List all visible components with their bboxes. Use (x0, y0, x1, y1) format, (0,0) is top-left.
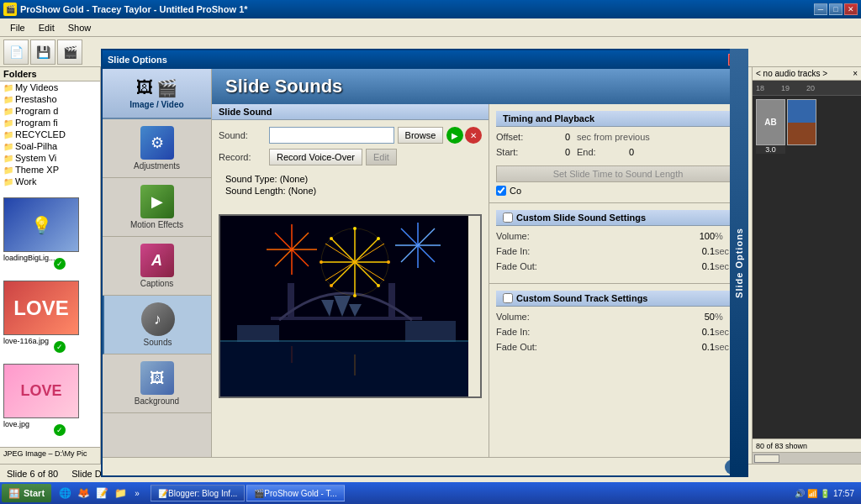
taskbar-right: 🔊 📶 🔋 17:57 (788, 489, 861, 498)
slide-sounds-header: Slide Sounds (212, 69, 747, 104)
menu-file[interactable]: File (3, 21, 32, 34)
nav-image-video-label: Image / Video (129, 100, 183, 109)
menu-edit[interactable]: Edit (32, 21, 61, 34)
custom-volume-row: Volume: 100 % (496, 231, 740, 241)
sounds-icon: ♪ (141, 302, 175, 336)
sidebar-folder-work[interactable]: 📁Work (0, 176, 100, 187)
timing-checkbox[interactable] (496, 186, 506, 196)
sidebar-folder-myvideos[interactable]: 📁My Videos (0, 81, 100, 93)
svg-rect-5 (237, 325, 279, 342)
sidebar-folder-prestasho[interactable]: 📁Prestasho (0, 93, 100, 105)
background-label: Background (135, 396, 179, 406)
image-icon: 🖼 (136, 78, 153, 98)
custom-fadeout-row: Fade Out: 0.1 sec (496, 261, 740, 271)
ql-word[interactable]: 📝 (93, 485, 110, 501)
audio-header: < no audio tracks > × (753, 67, 861, 81)
ql-ie[interactable]: 🌐 (56, 485, 73, 501)
svg-rect-1 (220, 342, 468, 396)
close-btn[interactable]: ✕ (844, 3, 858, 15)
nav-adjustments[interactable]: ⚙ Adjustments (103, 119, 211, 178)
browse-button[interactable]: Browse (398, 127, 444, 144)
custom-volume-value: 100 (681, 231, 715, 241)
taskbar: 🪟 Start 🌐 🦊 📝 📁 » 📝 Blogger: Blog Inf...… (0, 482, 861, 504)
start-button[interactable]: 🪟 Start (2, 484, 51, 502)
menu-bar: File Edit Show (0, 18, 861, 37)
custom-fadein-value: 0.1 (681, 246, 715, 256)
track-scrollbar[interactable] (753, 452, 861, 464)
main-content-area: Slide Sounds Slide Sound Sound: (212, 69, 747, 457)
toolbar-btn-2[interactable]: 💾 (30, 39, 55, 65)
edit-button[interactable]: Edit (366, 149, 397, 165)
svg-point-43 (330, 284, 333, 287)
modal-titlebar: Slide Options × (103, 50, 747, 69)
record-button[interactable]: Record Voice-Over (269, 149, 362, 165)
svg-rect-4 (388, 283, 395, 320)
minimize-btn[interactable]: ─ (814, 3, 827, 15)
custom-soundtrack-checkbox[interactable] (503, 293, 513, 303)
soundtrack-volume-value: 50 (681, 312, 715, 322)
track-thumb-2[interactable] (787, 99, 816, 154)
soundtrack-fadeout-label: Fade Out: (496, 342, 681, 352)
timing-startend-row: Start: 0 End: 0 (496, 147, 740, 157)
taskbar-proshow[interactable]: 🎬 ProShow Gold - T... (246, 485, 345, 501)
svg-rect-6 (405, 321, 456, 342)
title-bar-controls: ─ □ ✕ (814, 3, 858, 15)
modal-footer: ? (103, 457, 747, 475)
soundtrack-fadeout-value: 0.1 (681, 342, 715, 352)
sidebar-folder-programd[interactable]: 📁Program d (0, 105, 100, 117)
nav-background[interactable]: 🖼 Background (103, 354, 211, 413)
custom-slide-sound-section: Custom Slide Sound Settings Volume: 100 … (489, 202, 747, 283)
toolbar-btn-3[interactable]: 🎬 (57, 39, 82, 65)
slide-options-tab[interactable]: Slide Options (730, 49, 748, 477)
nav-motion-effects[interactable]: ▶ Motion Effects (103, 178, 211, 237)
ql-expand[interactable]: » (130, 485, 144, 501)
sidebar-folder-recycled[interactable]: 📁RECYCLED (0, 129, 100, 140)
sidebar-folder-programf[interactable]: 📁Program fi (0, 117, 100, 129)
sidebar-folder-soal[interactable]: 📁Soal-Pilha (0, 140, 100, 152)
ql-folder[interactable]: 📁 (112, 485, 129, 501)
title-bar-left: 🎬 ProShow Gold - Tracey Taylor - Untitle… (3, 3, 248, 16)
timeline-ruler: 18 19 20 (753, 81, 861, 96)
track-thumb-1[interactable]: AB 3.0 (756, 99, 785, 154)
captions-icon: A (140, 244, 174, 277)
custom-slide-sound-checkbox[interactable] (503, 213, 513, 223)
custom-soundtrack-header: Custom Sound Track Settings (496, 291, 740, 307)
svg-point-42 (330, 237, 333, 240)
maximize-btn[interactable]: □ (829, 3, 843, 15)
nav-sounds[interactable]: ♪ Sounds (103, 296, 211, 354)
sidebar-folder-systemv[interactable]: 📁System Vi (0, 152, 100, 164)
nav-captions[interactable]: A Captions (103, 237, 211, 296)
sound-length-row: Sound Length: (None) (225, 186, 475, 196)
right-side-panel: < no audio tracks > × 18 19 20 AB 3.0 (752, 67, 861, 464)
sounds-label: Sounds (144, 338, 172, 347)
taskbar-proshow-icon: 🎬 (254, 489, 264, 498)
motion-effects-icon: ▶ (140, 185, 174, 218)
file-thumb-1[interactable]: 💡 loadingBigLig... ✓ (3, 197, 97, 274)
toolbar-btn-1[interactable]: 📄 (3, 39, 29, 65)
slide-sounds-title: Slide Sounds (225, 76, 733, 97)
soundtrack-volume-row: Volume: 50 % (496, 312, 740, 322)
adjustments-icon: ⚙ (140, 126, 174, 160)
custom-fadeout-label: Fade Out: (496, 261, 681, 271)
menu-show[interactable]: Show (61, 21, 98, 34)
slide-sound-content: Sound: Browse ▶ ✕ Record: Record Voice-O (212, 120, 489, 207)
audio-close-btn[interactable]: × (853, 69, 858, 78)
track-thumbnails: AB 3.0 (753, 96, 861, 157)
play-button[interactable]: ▶ (446, 127, 463, 144)
start-label: Start (24, 488, 45, 498)
ql-firefox[interactable]: 🦊 (75, 485, 92, 501)
nav-image-video[interactable]: 🖼 🎬 Image / Video (103, 69, 211, 119)
sound-input[interactable] (269, 127, 394, 144)
sidebar-folder-theme[interactable]: 📁Theme XP (0, 164, 100, 176)
record-label: Record: (219, 152, 269, 162)
custom-volume-label: Volume: (496, 231, 681, 241)
scrollbar-thumb[interactable] (754, 454, 779, 463)
panels: Slide Sound Sound: Browse ▶ ✕ (212, 104, 747, 457)
file-thumb-3[interactable]: LOVE love.jpg ✓ (3, 364, 97, 440)
svg-rect-3 (288, 283, 294, 320)
taskbar-blogger[interactable]: 📝 Blogger: Blog Inf... (151, 485, 245, 501)
set-time-button[interactable]: Set Slide Time to Sound Length (496, 165, 740, 182)
soundtrack-fadein-label: Fade In: (496, 327, 681, 337)
file-thumb-2[interactable]: LOVE love-116a.jpg ✓ (3, 281, 97, 357)
stop-button[interactable]: ✕ (465, 127, 482, 144)
